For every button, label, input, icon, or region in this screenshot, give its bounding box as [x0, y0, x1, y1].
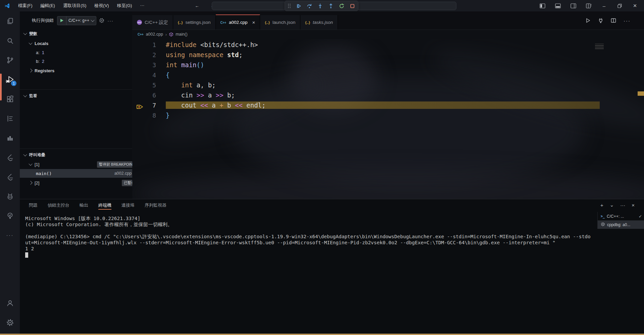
code-line-4[interactable]: 4{ — [132, 70, 644, 80]
session-label: C/C++: ... — [607, 214, 624, 219]
activity-search-icon[interactable] — [0, 31, 20, 50]
activity-bar: 1··· — [0, 11, 20, 334]
activity-outline-list-icon[interactable] — [0, 109, 20, 128]
breadcrumb[interactable]: C++ a002.cpp › main() — [132, 30, 644, 39]
activity-more-views-icon[interactable]: ··· — [0, 226, 20, 245]
customize-layout-icon[interactable] — [585, 2, 592, 9]
variables-section-header[interactable]: 變數 — [23, 30, 37, 37]
code-line-1[interactable]: 1#include <bits/stdc++.h> — [132, 40, 644, 50]
activity-account-icon[interactable] — [0, 293, 20, 313]
line-number: 7 — [132, 102, 166, 109]
tab-tasks.json[interactable]: {..}tasks.json — [300, 15, 338, 30]
tab-settings.json[interactable]: {..}settings.json — [173, 15, 216, 30]
thread-status-badge: 暫停於 BREAKPOINT — [97, 161, 137, 168]
code-line-7[interactable]: 7 cout << a + b << endl; — [132, 100, 644, 110]
debug-current-line-arrow-icon — [136, 104, 144, 110]
start-debugging-button[interactable] — [57, 16, 66, 25]
stack-frame-main[interactable]: main() a002.cpp 7:1 — [20, 169, 148, 178]
terminal-session-cppdbg-a0-[interactable]: cppdbg: a0... — [598, 220, 644, 229]
panel-tab-連接埠[interactable]: 連接埠 — [121, 199, 135, 211]
code-line-3[interactable]: 3int main() — [132, 60, 644, 70]
watch-section-header[interactable]: 監看 — [23, 92, 37, 99]
nav-back-button[interactable]: ← — [191, 2, 202, 9]
menu-item-4[interactable]: 移至(G) — [114, 2, 136, 10]
close-panel-icon[interactable]: × — [632, 202, 635, 208]
plug-editor-action-icon[interactable] — [598, 18, 603, 23]
tab-label: a002.cpp — [229, 20, 248, 25]
vscode-logo-icon — [4, 3, 10, 9]
menu-item-2[interactable]: 選取項目(S) — [60, 2, 90, 10]
activity-extensions-icon[interactable] — [0, 89, 20, 109]
activity-leetcode-cn-icon[interactable] — [0, 167, 20, 187]
menu-item-3[interactable]: 檢視(V) — [91, 2, 112, 10]
close-window-button[interactable]: × — [632, 2, 638, 9]
terminal-dropdown-icon[interactable]: ⌄ — [610, 202, 614, 208]
activity-ai-assistant-icon[interactable] — [0, 187, 20, 206]
panel-more-actions-icon[interactable]: ··· — [620, 202, 625, 208]
step-out-button[interactable] — [328, 3, 334, 9]
code-line-8[interactable]: 8} — [132, 110, 644, 120]
tab-a002.cpp[interactable]: C++a002.cpp× — [216, 14, 260, 30]
new-terminal-button[interactable]: + — [600, 202, 603, 208]
panel-tab-問題[interactable]: 問題 — [29, 199, 38, 211]
menu-overflow[interactable]: ··· — [137, 2, 148, 10]
minimize-button[interactable]: – — [601, 2, 607, 9]
panel-tab-輸出[interactable]: 輸出 — [80, 199, 88, 211]
variable-row[interactable]: a:1 — [20, 48, 148, 57]
session-check-icon: ✓ — [639, 214, 642, 219]
step-into-button[interactable] — [317, 3, 323, 9]
layout-secondary-sidebar-icon[interactable] — [570, 2, 577, 9]
activity-settings-icon[interactable] — [0, 313, 20, 332]
json-braces-file-icon: {..} — [305, 20, 310, 25]
activity-stats-chart-icon[interactable] — [0, 128, 20, 148]
terminal-line: 1 2 — [25, 246, 592, 252]
menu-item-1[interactable]: 編輯(E) — [37, 2, 58, 10]
terminal-session-C-C-[interactable]: >_C/C++: ...✓ — [598, 212, 644, 220]
layout-panel-icon[interactable] — [554, 2, 561, 9]
step-over-button[interactable] — [306, 3, 312, 9]
callstack-section-header[interactable]: 呼叫堆疊 — [23, 151, 45, 159]
symbol-cube-icon — [169, 32, 173, 37]
code-line-5[interactable]: 5 int a, b; — [132, 80, 644, 90]
close-tab-icon[interactable]: × — [252, 19, 255, 25]
drag-handle-icon[interactable] — [288, 3, 291, 9]
sidebar-more-actions-icon[interactable]: ··· — [107, 18, 113, 24]
tab-label: settings.json — [185, 20, 210, 25]
launch-config-dropdown[interactable]: C/C++: g++ — [66, 18, 96, 23]
layout-sidebar-icon[interactable] — [539, 2, 546, 9]
registers-group[interactable]: Registers — [20, 66, 141, 75]
launch-config-control: C/C++: g++ — [57, 16, 96, 25]
restore-button[interactable] — [616, 2, 623, 9]
stop-button[interactable] — [349, 3, 355, 9]
restart-button[interactable] — [339, 3, 345, 9]
terminal-line — [25, 227, 592, 234]
variable-row[interactable]: b:2 — [20, 57, 148, 66]
callstack-thread-1[interactable]: [1] 暫停於 BREAKPOINT — [20, 160, 141, 169]
continue-button[interactable] — [296, 3, 302, 9]
panel-tab-終端機[interactable]: 終端機 — [98, 199, 111, 211]
activity-run-and-debug-icon[interactable]: 1 — [0, 70, 20, 89]
code-line-2[interactable]: 2using namespace std; — [132, 50, 644, 60]
activity-explorer-icon[interactable] — [0, 11, 20, 31]
activity-test-tree-icon[interactable] — [0, 206, 20, 226]
locals-group[interactable]: Locals — [20, 39, 141, 48]
menu-item-0[interactable]: 檔案(F) — [15, 2, 36, 10]
run-editor-action-icon[interactable] — [585, 18, 591, 23]
tab-launch.json[interactable]: {..}launch.json — [260, 15, 300, 30]
panel-tab-序列監視器[interactable]: 序列監視器 — [145, 199, 166, 211]
panel-tab-偵錯主控台[interactable]: 偵錯主控台 — [48, 199, 69, 211]
split-editor-action-icon[interactable] — [611, 18, 616, 23]
debug-toolbar — [285, 1, 358, 11]
terminal-output[interactable]: Microsoft Windows [版本 10.0.22621.3374](c… — [25, 215, 592, 258]
tab-C-C-[interactable]: GCCC/C++ 設定 — [132, 15, 173, 30]
activity-leetcode-icon[interactable] — [0, 148, 20, 167]
code-text: using namespace std; — [166, 51, 600, 58]
activity-source-control-icon[interactable] — [0, 50, 20, 70]
json-braces-file-icon: {..} — [265, 20, 270, 25]
line-number: 2 — [132, 51, 166, 58]
callstack-thread-2[interactable]: [2] 已暫停 — [20, 178, 141, 187]
more-editor-action-icon[interactable]: ··· — [624, 18, 631, 24]
code-line-6[interactable]: 6 cin >> a >> b; — [132, 90, 644, 100]
code-editor[interactable]: 1#include <bits/stdc++.h>2using namespac… — [132, 39, 644, 199]
debug-gear-icon[interactable] — [99, 18, 104, 23]
